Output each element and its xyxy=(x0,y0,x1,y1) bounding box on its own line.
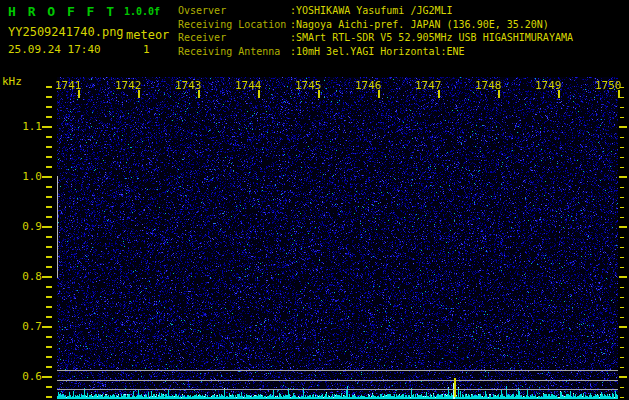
right-tick-minor xyxy=(620,387,624,388)
freq-label: 0.9 xyxy=(6,220,42,233)
right-tick-minor xyxy=(620,317,624,318)
right-tick-minor xyxy=(620,347,624,348)
freq-tick-minor xyxy=(46,256,52,258)
freq-tick-minor xyxy=(46,266,52,268)
freq-tick-minor xyxy=(46,96,52,98)
freq-tick-minor xyxy=(46,246,52,248)
right-tick-minor xyxy=(620,357,624,358)
time-tick xyxy=(78,90,80,98)
freq-label: 1.1 xyxy=(6,120,42,133)
datetime-label: 25.09.24 17:40 xyxy=(8,43,101,56)
time-tick xyxy=(258,90,260,98)
app-version: 1.0.0f xyxy=(124,6,160,17)
station-info-label: Receiver xyxy=(178,31,290,45)
spectrogram-canvas xyxy=(57,77,618,399)
freq-tick-minor xyxy=(46,346,52,348)
station-info-value: :SMArt RTL-SDR V5 52.905MHz USB HIGASHIM… xyxy=(290,31,573,45)
freq-tick-major xyxy=(42,326,52,328)
time-tick xyxy=(318,90,320,98)
freq-tick-minor xyxy=(46,306,52,308)
right-tick-minor xyxy=(620,397,624,398)
right-tick-minor xyxy=(620,147,624,148)
right-tick-minor xyxy=(620,117,624,118)
station-info-value: :YOSHIKAWA Yasufumi /JG2MLI xyxy=(290,4,453,18)
station-info-row: Receiving Antenna:10mH 3el.YAGI Horizont… xyxy=(178,45,573,59)
time-tick xyxy=(438,90,440,98)
time-tick xyxy=(498,90,500,98)
freq-tick-minor xyxy=(46,316,52,318)
station-info-row: Receiving Location:Nagoya Aichi-pref. JA… xyxy=(178,18,573,32)
right-tick-major xyxy=(619,126,627,128)
output-filename: YY2509241740.png xyxy=(8,25,124,39)
right-tick-major xyxy=(619,326,627,328)
time-tick xyxy=(378,90,380,98)
freq-tick-minor xyxy=(46,296,52,298)
right-tick-minor xyxy=(620,157,624,158)
reference-line xyxy=(57,389,618,390)
station-info-label: Ovserver xyxy=(178,4,290,18)
echo-spike-mark xyxy=(454,378,456,397)
app-title: H R O F F T xyxy=(8,4,116,19)
freq-tick-major xyxy=(42,276,52,278)
freq-tick-minor xyxy=(46,86,52,88)
freq-tick-minor xyxy=(46,186,52,188)
freq-tick-minor xyxy=(46,396,52,398)
freq-label: 1.0 xyxy=(6,170,42,183)
right-tick-minor xyxy=(620,247,624,248)
hrofft-screen: H R O F F T 1.0.0f YY2509241740.png mete… xyxy=(0,0,629,400)
freq-tick-major xyxy=(42,226,52,228)
right-tick-minor xyxy=(620,137,624,138)
freq-tick-major xyxy=(42,376,52,378)
right-tick-minor xyxy=(620,187,624,188)
freq-tick-major xyxy=(42,126,52,128)
right-tick-minor xyxy=(620,297,624,298)
freq-tick-minor xyxy=(46,366,52,368)
right-tick-minor xyxy=(620,97,624,98)
right-tick-major xyxy=(619,276,627,278)
station-info-row: Ovserver:YOSHIKAWA Yasufumi /JG2MLI xyxy=(178,4,573,18)
right-tick-minor xyxy=(620,307,624,308)
time-tick xyxy=(558,90,560,98)
station-info-value: :Nagoya Aichi-pref. JAPAN (136.90E, 35.2… xyxy=(290,18,549,32)
right-tick-minor xyxy=(620,197,624,198)
station-info-row: Receiver:SMArt RTL-SDR V5 52.905MHz USB … xyxy=(178,31,573,45)
station-info-label: Receiving Location xyxy=(178,18,290,32)
channel-number: 1 xyxy=(143,43,150,56)
freq-tick-minor xyxy=(46,336,52,338)
freq-tick-minor xyxy=(46,146,52,148)
time-tick xyxy=(198,90,200,98)
right-tick-minor xyxy=(620,207,624,208)
long-echo-line xyxy=(57,176,58,278)
right-tick-major xyxy=(619,226,627,228)
freq-tick-major xyxy=(42,176,52,178)
right-tick-major xyxy=(619,376,627,378)
freq-label: 0.7 xyxy=(6,320,42,333)
freq-tick-minor xyxy=(46,156,52,158)
right-tick-minor xyxy=(620,87,624,88)
station-info-value: :10mH 3el.YAGI Horizontal:ENE xyxy=(290,45,465,59)
freq-tick-minor xyxy=(46,386,52,388)
right-tick-minor xyxy=(620,237,624,238)
freq-label: 0.6 xyxy=(6,370,42,383)
right-tick-minor xyxy=(620,267,624,268)
freq-tick-minor xyxy=(46,216,52,218)
freq-tick-minor xyxy=(46,116,52,118)
right-tick-minor xyxy=(620,257,624,258)
freq-tick-minor xyxy=(46,196,52,198)
right-tick-minor xyxy=(620,367,624,368)
freq-tick-minor xyxy=(46,136,52,138)
right-tick-minor xyxy=(620,337,624,338)
station-info-label: Receiving Antenna xyxy=(178,45,290,59)
time-tick xyxy=(138,90,140,98)
freq-tick-minor xyxy=(46,166,52,168)
reference-line xyxy=(57,380,618,381)
freq-axis-unit: kHz xyxy=(2,75,22,88)
right-tick-minor xyxy=(620,107,624,108)
right-tick-minor xyxy=(620,217,624,218)
freq-label: 0.8 xyxy=(6,270,42,283)
right-tick-major xyxy=(619,176,627,178)
mode-label: meteor xyxy=(126,28,169,42)
freq-tick-minor xyxy=(46,106,52,108)
freq-tick-minor xyxy=(46,286,52,288)
freq-tick-minor xyxy=(46,356,52,358)
